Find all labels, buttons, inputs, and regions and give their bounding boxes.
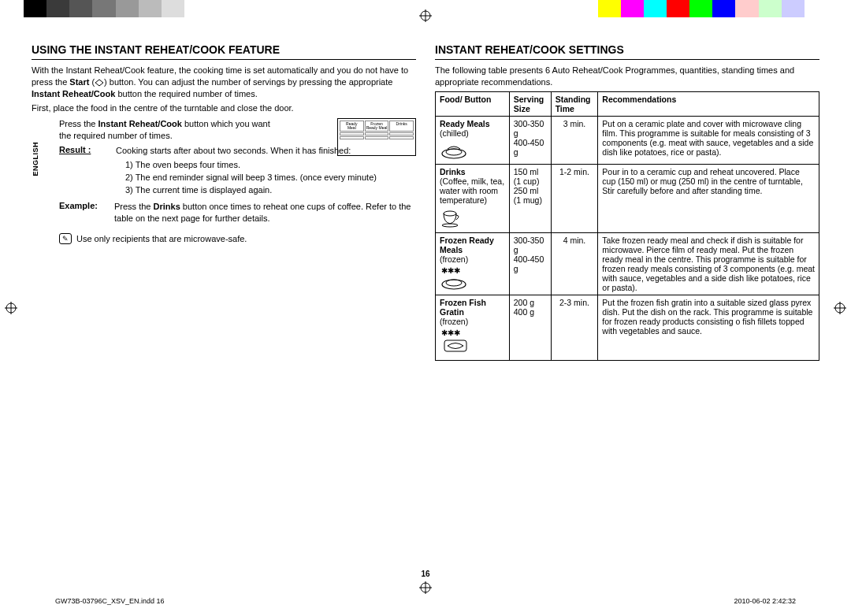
registration-mark-bottom <box>419 581 432 594</box>
cell-standing: 1-2 min. <box>551 164 598 232</box>
cell-serving: 150 ml (1 cup) 250 ml (1 mug) <box>509 164 551 232</box>
cell-food: Frozen Fish Gratin(frozen)✱✱✱ <box>436 295 510 360</box>
right-column: INSTANT REHEAT/COOK SETTINGS The followi… <box>435 43 819 569</box>
cell-serving: 300-350 g 400-450 g <box>509 232 551 295</box>
footer: GW73B-03796C_XSV_EN.indd 16 2010-06-02 2… <box>55 597 796 605</box>
right-intro: The following table presents 6 Auto Rehe… <box>435 65 819 88</box>
table-row: Frozen Fish Gratin(frozen)✱✱✱200 g 400 g… <box>436 295 819 360</box>
cell-rec: Put on a ceramic plate and cover with mi… <box>598 116 819 164</box>
left-intro-2: First, place the food in the centre of t… <box>32 102 416 114</box>
plate-icon <box>440 141 505 161</box>
svg-point-15 <box>444 211 456 216</box>
table-row: Drinks(Coffee, milk, tea, water with roo… <box>436 164 819 232</box>
cell-serving: 300-350 g 400-450 g <box>509 116 551 164</box>
cell-standing: 3 min. <box>551 116 598 164</box>
result-item: 1) The oven beeps four times. <box>125 159 416 171</box>
footer-left: GW73B-03796C_XSV_EN.indd 16 <box>55 597 165 605</box>
result-item: 3) The current time is displayed again. <box>125 184 416 196</box>
cell-rec: Put the frozen fish gratin into a suitab… <box>598 295 819 360</box>
svg-point-13 <box>442 149 466 158</box>
table-header-row: Food/ Button Serving Size Standing Time … <box>436 91 819 116</box>
svg-point-18 <box>442 280 466 289</box>
svg-text:✱✱✱: ✱✱✱ <box>441 267 460 275</box>
page-number: 16 <box>421 570 429 578</box>
table-row: Ready Meals(chilled)300-350 g 400-450 g3… <box>436 116 819 164</box>
left-heading: USING THE INSTANT REHEAT/COOK FEATURE <box>32 43 416 60</box>
left-column: USING THE INSTANT REHEAT/COOK FEATURE Wi… <box>32 43 416 569</box>
step-1-text: Press the Instant Reheat/Cook button whi… <box>59 118 280 142</box>
cell-food: Frozen Ready Meals(frozen)✱✱✱ <box>436 232 510 295</box>
cell-rec: Pour in to a ceramic cup and reheat unco… <box>598 164 819 232</box>
steps-block: Ready MealFrozen Ready MealDrinks Press … <box>59 118 416 227</box>
cell-serving: 200 g 400 g <box>509 295 551 360</box>
control-panel-diagram: Ready MealFrozen Ready MealDrinks <box>337 118 416 156</box>
settings-table: Food/ Button Serving Size Standing Time … <box>435 91 819 361</box>
table-row: Frozen Ready Meals(frozen)✱✱✱300-350 g 4… <box>436 232 819 295</box>
footer-right: 2010-06-02 2:42:32 <box>734 597 796 605</box>
th-rec: Recommendations <box>598 91 819 116</box>
cell-food: Ready Meals(chilled) <box>436 116 510 164</box>
cell-rec: Take frozen ready meal and check if dish… <box>598 232 819 295</box>
frozen-fish-icon: ✱✱✱ <box>440 329 505 358</box>
note-icon: ✎ <box>59 233 72 244</box>
example-text: Press the Drinks button once times to re… <box>114 201 416 225</box>
th-standing: Standing Time <box>551 91 598 116</box>
example-label: Example: <box>59 201 98 210</box>
cell-food: Drinks(Coffee, milk, tea, water with roo… <box>436 164 510 232</box>
registration-mark-top <box>419 9 432 22</box>
cup-icon <box>440 208 505 230</box>
cell-standing: 2-3 min. <box>551 295 598 360</box>
registration-mark-left <box>5 302 17 314</box>
right-heading: INSTANT REHEAT/COOK SETTINGS <box>435 43 819 60</box>
svg-point-19 <box>446 280 462 286</box>
left-intro-1: With the Instant Reheat/Cook feature, th… <box>32 65 416 100</box>
svg-point-16 <box>442 224 458 227</box>
svg-text:✱✱✱: ✱✱✱ <box>441 329 460 337</box>
note-text: Use only recipients that are microwave-s… <box>76 233 247 245</box>
th-serving: Serving Size <box>509 91 551 116</box>
page-content: USING THE INSTANT REHEAT/COOK FEATURE Wi… <box>32 43 819 569</box>
svg-point-14 <box>446 149 462 155</box>
svg-marker-12 <box>95 80 103 86</box>
frozen-plate-icon: ✱✱✱ <box>440 267 505 292</box>
registration-mark-right <box>834 302 846 314</box>
th-food: Food/ Button <box>436 91 510 116</box>
result-item: 2) The end reminder signal will beep 3 t… <box>125 172 416 184</box>
note-block: ✎ Use only recipients that are microwave… <box>59 233 416 247</box>
results-list: 1) The oven beeps four times.2) The end … <box>125 159 416 196</box>
result-label: Result : <box>59 145 91 154</box>
cell-standing: 4 min. <box>551 232 598 295</box>
